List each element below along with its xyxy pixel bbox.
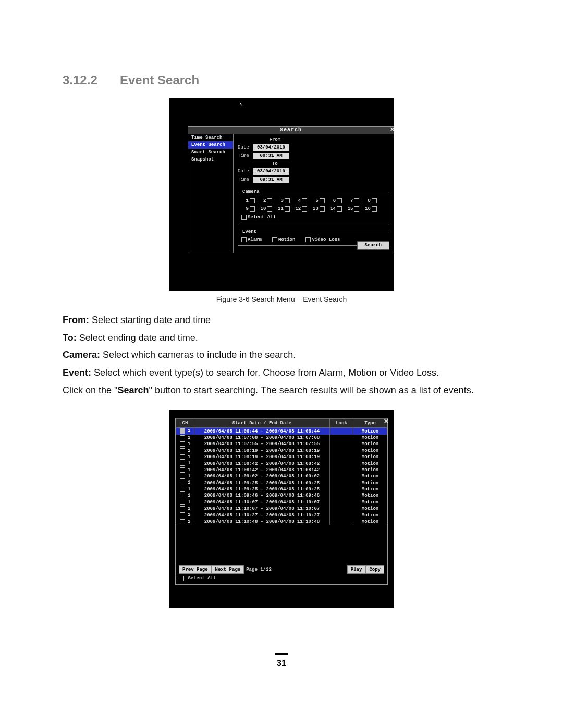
row-checkbox[interactable] (180, 493, 185, 498)
search-dialog: Search × Time SearchEvent SearchSmart Se… (188, 126, 394, 253)
event-motion-checkbox[interactable] (272, 237, 277, 242)
row-checkbox[interactable] (180, 461, 185, 466)
close-icon[interactable]: × (384, 417, 388, 426)
table-row[interactable]: 12009/04/08 11:10:48 - 2009/04/08 11:10:… (176, 519, 387, 525)
camera-5-checkbox[interactable] (320, 198, 325, 203)
from-date-input[interactable]: 03/04/2010 (253, 144, 289, 151)
camera-16-checkbox[interactable] (372, 206, 377, 212)
camera-4-checkbox[interactable] (302, 198, 307, 203)
row-checkbox[interactable] (180, 512, 185, 517)
table-row[interactable]: 12009/04/08 11:10:07 - 2009/04/08 11:10:… (176, 505, 387, 512)
figure-caption: Figure 3-6 Search Menu – Event Search (63, 295, 500, 303)
camera-1-checkbox[interactable] (250, 198, 255, 203)
to-date-input[interactable]: 03/04/2010 (253, 168, 289, 175)
sidebar-item-snapshot[interactable]: Snapshot (188, 156, 233, 163)
camera-7-checkbox[interactable] (354, 198, 359, 203)
camera-8-checkbox[interactable] (372, 198, 377, 203)
row-checkbox[interactable] (180, 474, 185, 479)
prev-page-button[interactable]: Prev Page (179, 565, 212, 574)
page-number-value: 31 (277, 659, 286, 668)
body-text: From: Select starting date and time To: … (63, 313, 500, 398)
row-checkbox[interactable] (180, 454, 185, 460)
row-checkbox[interactable] (180, 487, 185, 492)
dialog-title: Search (188, 127, 394, 134)
click-text-pre: Click on the " (63, 385, 117, 396)
camera-10-checkbox[interactable] (267, 206, 272, 212)
table-row[interactable]: 12009/04/08 11:10:07 - 2009/04/08 11:10:… (176, 499, 387, 505)
sidebar-item-time-search[interactable]: Time Search (188, 134, 233, 141)
from-label: From: (63, 315, 89, 325)
next-page-button[interactable]: Next Page (212, 565, 244, 574)
camera-2-checkbox[interactable] (267, 198, 272, 203)
table-row[interactable]: 12009/04/08 11:09:25 - 2009/04/08 11:09:… (176, 486, 387, 492)
to-time-input[interactable]: 09:31 AM (253, 177, 289, 183)
row-checkbox[interactable] (180, 500, 185, 505)
col-ch: CH (176, 419, 194, 428)
event-alarm-checkbox[interactable] (241, 237, 247, 242)
table-row[interactable]: 12009/04/08 11:07:08 - 2009/04/08 11:07:… (176, 435, 387, 441)
row-checkbox[interactable] (180, 428, 185, 434)
row-checkbox[interactable] (180, 441, 185, 447)
table-row[interactable]: 12009/04/08 11:07:55 - 2009/04/08 11:07:… (176, 441, 387, 447)
from-time-input[interactable]: 08:31 AM (253, 153, 289, 159)
camera-legend: Camera (241, 189, 260, 194)
from-time-label: Time (238, 153, 253, 158)
row-checkbox[interactable] (180, 467, 185, 473)
row-checkbox[interactable] (180, 506, 185, 511)
to-date-label: Date (238, 169, 253, 174)
from-heading: From (238, 137, 312, 142)
to-heading: To (238, 161, 312, 166)
row-checkbox[interactable] (180, 435, 185, 440)
sidebar-item-smart-search[interactable]: Smart Search (188, 149, 233, 156)
click-text-post: " button to start searching. The search … (149, 385, 473, 396)
figure-search-menu: ↖ Search × Time SearchEvent SearchSmart … (169, 98, 394, 291)
table-row[interactable]: 12009/04/08 11:09:02 - 2009/04/08 11:09:… (176, 473, 387, 479)
table-row[interactable]: 12009/04/08 11:06:44 - 2009/04/08 11:06:… (176, 428, 387, 435)
camera-15-checkbox[interactable] (354, 206, 359, 212)
select-all-checkbox[interactable] (179, 576, 184, 581)
table-row[interactable]: 12009/04/08 11:08:42 - 2009/04/08 11:08:… (176, 467, 387, 473)
table-row[interactable]: 12009/04/08 11:08:42 - 2009/04/08 11:08:… (176, 460, 387, 466)
to-label: To: (63, 332, 77, 343)
table-row[interactable]: 12009/04/08 11:09:46 - 2009/04/08 11:09:… (176, 492, 387, 499)
table-row[interactable]: 12009/04/08 11:09:25 - 2009/04/08 11:09:… (176, 479, 387, 486)
col-lock: Lock (330, 419, 353, 428)
event-legend: Event (241, 229, 258, 235)
camera-label: Camera: (63, 350, 100, 360)
table-row[interactable]: 12009/04/08 11:10:27 - 2009/04/08 11:10:… (176, 512, 387, 518)
camera-fieldset: Camera 1 2 3 4 5 6 7 8 9 10 11 12 13 14 … (238, 189, 389, 225)
search-pane: From Date03/04/2010 Time08:31 AM To Date… (234, 134, 394, 253)
table-row[interactable]: 12009/04/08 11:08:19 - 2009/04/08 11:08:… (176, 454, 387, 460)
camera-12-checkbox[interactable] (302, 206, 307, 212)
row-checkbox[interactable] (180, 519, 185, 524)
sidebar: Time SearchEvent SearchSmart SearchSnaps… (188, 134, 234, 253)
event-label: Event: (63, 367, 91, 378)
page-number: 31 (63, 649, 500, 668)
select-all-checkbox[interactable] (241, 215, 247, 220)
section-heading: 3.12.2Event Search (63, 73, 500, 88)
results-table: CH Start Date / End Date Lock Type 12009… (176, 418, 387, 525)
row-checkbox[interactable] (180, 480, 185, 485)
table-row[interactable]: 12009/04/08 11:08:19 - 2009/04/08 11:08:… (176, 448, 387, 454)
results-dialog: × CH Start Date / End Date Lock Type 120… (175, 418, 388, 585)
camera-6-checkbox[interactable] (337, 198, 342, 203)
from-date-label: Date (238, 145, 253, 150)
col-date: Start Date / End Date (194, 419, 330, 428)
sidebar-item-event-search[interactable]: Event Search (188, 141, 233, 149)
click-button-name: Search (117, 385, 149, 396)
figure-results: × CH Start Date / End Date Lock Type 120… (169, 410, 394, 608)
camera-13-checkbox[interactable] (320, 206, 325, 212)
cursor-icon: ↖ (239, 100, 243, 108)
from-text: Select starting date and time (89, 315, 211, 325)
close-icon[interactable]: × (390, 126, 395, 133)
camera-11-checkbox[interactable] (285, 206, 290, 212)
copy-button[interactable]: Copy (365, 565, 384, 574)
camera-3-checkbox[interactable] (285, 198, 290, 203)
search-button[interactable]: Search (357, 241, 389, 250)
event-video-loss-checkbox[interactable] (305, 237, 311, 242)
row-checkbox[interactable] (180, 448, 185, 453)
camera-14-checkbox[interactable] (337, 206, 342, 212)
camera-9-checkbox[interactable] (250, 206, 255, 212)
play-button[interactable]: Play (347, 565, 366, 574)
section-number: 3.12.2 (63, 73, 120, 88)
